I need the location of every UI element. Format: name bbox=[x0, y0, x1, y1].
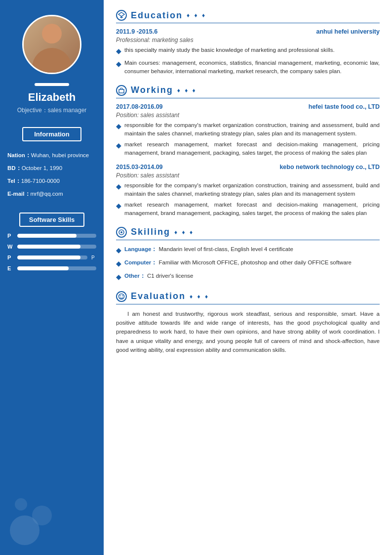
sidebar-name: Elizabeth bbox=[28, 91, 76, 104]
evaluation-header: Evaluation ♦ ♦ ♦ bbox=[116, 291, 380, 304]
skill-row-p1: P bbox=[7, 233, 96, 239]
skill-other: ◆ Other： C1 driver's license bbox=[116, 272, 380, 282]
email-value: mrf@qq.com bbox=[31, 191, 63, 197]
edu-bullet-2: Main courses: management, economics, sta… bbox=[124, 59, 380, 76]
email-info: E-mail：mrf@qq.com bbox=[7, 190, 96, 198]
skill-other-text: Other： C1 driver's license bbox=[124, 272, 193, 280]
list-item: ◆market research management, market fore… bbox=[116, 140, 380, 158]
skill-bars-section: P W P P E bbox=[0, 227, 104, 276]
list-item: ◆responsible for the company's market or… bbox=[116, 181, 380, 199]
nation-info: Nation：Wuhan, hubei province bbox=[7, 151, 96, 159]
evaluation-dots: ♦ ♦ ♦ bbox=[190, 293, 209, 300]
education-dots: ♦ ♦ ♦ bbox=[187, 12, 206, 19]
education-title: Education bbox=[131, 10, 183, 21]
working-header: Working ♦ ♦ ♦ bbox=[116, 85, 380, 98]
skill-row-w: W bbox=[7, 244, 96, 250]
skill-bar-fill-w bbox=[17, 245, 80, 249]
skill-language-value: Mandarin level of first-class, English l… bbox=[159, 246, 293, 252]
diamond-icon: ◆ bbox=[116, 258, 121, 269]
email-label: E-mail： bbox=[7, 191, 31, 197]
diamond-icon: ◆ bbox=[116, 140, 121, 158]
skill-language: ◆ Language： Mandarin level of first-clas… bbox=[116, 245, 380, 256]
skilling-section: Skilling ♦ ♦ ♦ ◆ Language： Mandarin leve… bbox=[116, 227, 380, 282]
work2-bullet-2: market research management, market forec… bbox=[124, 201, 380, 218]
edu-org: anhui hefei university bbox=[316, 28, 380, 35]
edu-date: 2011.9 -2015.6 bbox=[116, 28, 157, 35]
svg-point-7 bbox=[120, 295, 121, 296]
svg-rect-3 bbox=[119, 89, 124, 93]
list-item: ◆Main courses: management, economics, st… bbox=[116, 59, 380, 76]
skill-bar-fill-p2 bbox=[17, 256, 80, 259]
skill-computer-text: Computer： Familiar with Microsoft OFFICE… bbox=[124, 258, 352, 267]
skill-other-key: Other： bbox=[124, 273, 146, 279]
information-button[interactable]: Information bbox=[22, 127, 81, 141]
bd-info: BD：October 1, 1990 bbox=[7, 164, 96, 172]
nation-label: Nation： bbox=[7, 152, 31, 158]
working-title: Working bbox=[131, 85, 173, 95]
diamond-icon: ◆ bbox=[116, 59, 121, 76]
tel-label: Tel： bbox=[7, 178, 21, 184]
skilling-title: Skilling bbox=[131, 227, 170, 237]
skill-computer-value: Familiar with Microsoft OFFICE, photosho… bbox=[159, 259, 352, 265]
bd-label: BD： bbox=[7, 165, 22, 171]
main-content: Education ♦ ♦ ♦ 2011.9 -2015.6 anhui hef… bbox=[104, 0, 392, 555]
skill-language-text: Language： Mandarin level of first-class,… bbox=[124, 245, 293, 254]
work2-bullets: ◆responsible for the company's market or… bbox=[116, 181, 380, 218]
diamond-icon: ◆ bbox=[116, 181, 121, 199]
bd-value: October 1, 1990 bbox=[22, 165, 62, 171]
tel-value: 186-7100-0000 bbox=[21, 178, 60, 184]
skilling-header: Skilling ♦ ♦ ♦ bbox=[116, 227, 380, 240]
skill-label-p1: P bbox=[7, 233, 13, 239]
list-item: ◆market research management, market fore… bbox=[116, 201, 380, 218]
skill-language-key: Language： bbox=[124, 246, 157, 252]
work-entry2-header: 2015.03-2014.09 kebo network technology … bbox=[116, 164, 380, 171]
work2-date: 2015.03-2014.09 bbox=[116, 164, 163, 171]
diamond-icon: ◆ bbox=[116, 201, 121, 218]
evaluation-title: Evaluation bbox=[131, 291, 186, 301]
skill-label-p2: P bbox=[7, 255, 13, 260]
evaluation-text: I am honest and trustworthy, rigorous wo… bbox=[116, 309, 380, 355]
skill-bar-bg-w bbox=[17, 245, 96, 249]
skill-row-p2: P P bbox=[7, 255, 96, 260]
skilling-icon bbox=[116, 227, 127, 238]
skill-computer: ◆ Computer： Familiar with Microsoft OFFI… bbox=[116, 258, 380, 269]
work2-org: kebo network technology co., LTD bbox=[279, 164, 380, 171]
sidebar-objective: Objective：sales manager bbox=[17, 106, 87, 115]
skill-end-p: P bbox=[91, 255, 96, 260]
education-icon bbox=[116, 10, 127, 21]
sidebar: Elizabeth Objective：sales manager Inform… bbox=[0, 0, 104, 555]
education-header: Education ♦ ♦ ♦ bbox=[116, 10, 380, 23]
work1-date: 2017.08-2016.09 bbox=[116, 103, 163, 110]
software-skills-button[interactable]: Software Skills bbox=[19, 213, 84, 227]
svg-point-5 bbox=[120, 231, 122, 233]
skill-other-value: C1 driver's license bbox=[147, 273, 194, 279]
diamond-icon: ◆ bbox=[116, 46, 121, 56]
name-bar-decoration bbox=[35, 83, 69, 86]
skill-bar-fill-e bbox=[17, 266, 69, 270]
tel-info: Tel：186-7100-0000 bbox=[7, 177, 96, 185]
diamond-icon: ◆ bbox=[116, 121, 121, 138]
skilling-dots: ♦ ♦ ♦ bbox=[174, 229, 194, 236]
education-section: Education ♦ ♦ ♦ 2011.9 -2015.6 anhui hef… bbox=[116, 10, 380, 76]
evaluation-icon bbox=[116, 291, 127, 302]
edu-entry-header: 2011.9 -2015.6 anhui hefei university bbox=[116, 28, 380, 35]
skill-bar-bg-e bbox=[17, 266, 96, 270]
work1-position: Position: sales assistant bbox=[116, 112, 380, 119]
edu-bullets: ◆this specialty mainly study the basic k… bbox=[116, 46, 380, 76]
avatar bbox=[22, 15, 81, 74]
work2-bullet-1: responsible for the company's market org… bbox=[124, 181, 380, 199]
work2-position: Position: sales assistant bbox=[116, 172, 380, 179]
working-icon bbox=[116, 85, 127, 96]
skill-computer-key: Computer： bbox=[124, 259, 157, 265]
list-item: ◆this specialty mainly study the basic k… bbox=[116, 46, 380, 56]
work1-bullet-2: market research management, market forec… bbox=[124, 140, 380, 158]
skill-label-w: W bbox=[7, 244, 13, 250]
svg-marker-0 bbox=[118, 12, 124, 16]
skill-label-e: E bbox=[7, 265, 13, 271]
work1-bullets: ◆responsible for the company's market or… bbox=[116, 121, 380, 158]
working-section: Working ♦ ♦ ♦ 2017.08-2016.09 hefei tast… bbox=[116, 85, 380, 218]
svg-point-8 bbox=[122, 295, 123, 296]
nation-value: Wuhan, hubei province bbox=[31, 152, 89, 158]
skill-row-e: E bbox=[7, 265, 96, 271]
work-entry2: 2015.03-2014.09 kebo network technology … bbox=[116, 164, 380, 218]
